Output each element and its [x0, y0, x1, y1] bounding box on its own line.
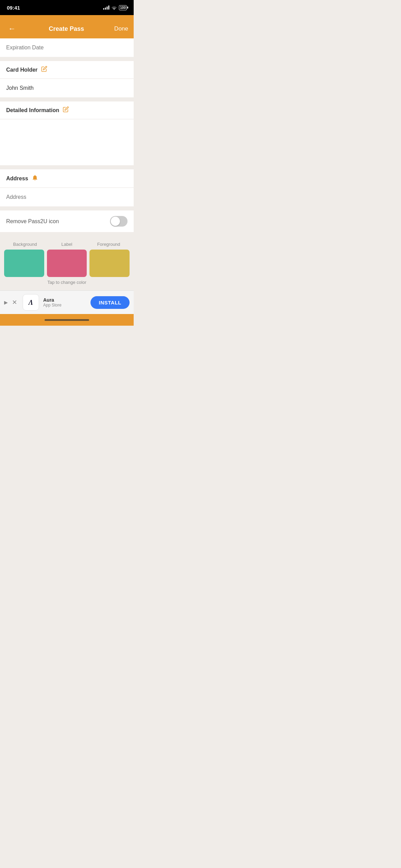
address-section: Address [0, 169, 134, 206]
expiration-date-input[interactable] [0, 38, 134, 57]
banner-close-button[interactable]: ✕ [12, 299, 17, 306]
home-bar [45, 319, 89, 321]
foreground-color-label: Foreground [88, 242, 130, 247]
detailed-info-header: Detailed Information [0, 101, 134, 119]
banner-play-icon[interactable]: ▶ [4, 300, 8, 305]
wifi-icon [111, 5, 117, 10]
address-label: Address [6, 176, 28, 182]
gap-4 [0, 206, 134, 210]
gap-2 [0, 97, 134, 101]
remove-icon-label: Remove Pass2U icon [6, 218, 59, 225]
label-color-swatch[interactable] [47, 250, 87, 277]
gap-1 [0, 57, 134, 61]
card-holder-header: Card Holder [0, 61, 134, 79]
color-section: Background Label Foreground Tap to chang… [0, 236, 134, 288]
detailed-info-edit-icon[interactable] [63, 106, 69, 114]
foreground-color-swatch[interactable] [89, 250, 130, 277]
gap-5 [0, 232, 134, 236]
status-bar: 09:41 100 [0, 0, 134, 15]
home-indicator [0, 314, 134, 326]
address-value-row [0, 188, 134, 206]
orange-peek-top [0, 15, 134, 19]
label-color-label: Label [46, 242, 88, 247]
detailed-info-section: Detailed Information [0, 101, 134, 165]
app-name: Aura [43, 297, 86, 303]
background-color-swatch[interactable] [4, 250, 44, 277]
detailed-info-input[interactable] [0, 119, 134, 164]
card-holder-label: Card Holder [6, 67, 38, 73]
background-color-label: Background [4, 242, 46, 247]
app-icon: Λ [23, 294, 39, 311]
remove-icon-toggle[interactable] [110, 216, 127, 227]
color-swatches [4, 250, 130, 277]
back-button[interactable]: ← [5, 23, 19, 35]
app-store-label: App Store [43, 303, 86, 308]
signal-icon [103, 5, 109, 10]
card-holder-input[interactable] [0, 79, 134, 97]
nav-bar: ← Create Pass Done [0, 19, 134, 38]
detailed-info-label: Detailed Information [6, 107, 59, 113]
card-holder-section: Card Holder [0, 61, 134, 97]
expiration-date-section [0, 38, 134, 57]
time: 09:41 [7, 5, 20, 11]
app-banner: ▶ ✕ Λ Aura App Store INSTALL [0, 290, 134, 314]
color-labels: Background Label Foreground [4, 242, 130, 247]
tap-hint: Tap to change color [4, 280, 130, 285]
address-header: Address [0, 169, 134, 188]
status-icons: 100 [103, 5, 127, 10]
address-bell-icon [32, 174, 38, 183]
address-input[interactable] [0, 188, 134, 206]
card-holder-edit-icon[interactable] [41, 66, 47, 74]
remove-icon-row: Remove Pass2U icon [0, 210, 134, 232]
card-holder-value-row [0, 79, 134, 97]
page-title: Create Pass [49, 25, 84, 33]
install-button[interactable]: INSTALL [90, 296, 130, 309]
battery-icon: 100 [119, 5, 127, 10]
content-area: Card Holder Detailed Information [0, 38, 134, 314]
done-button[interactable]: Done [114, 25, 128, 32]
app-info: Aura App Store [43, 297, 86, 308]
gap-3 [0, 165, 134, 169]
